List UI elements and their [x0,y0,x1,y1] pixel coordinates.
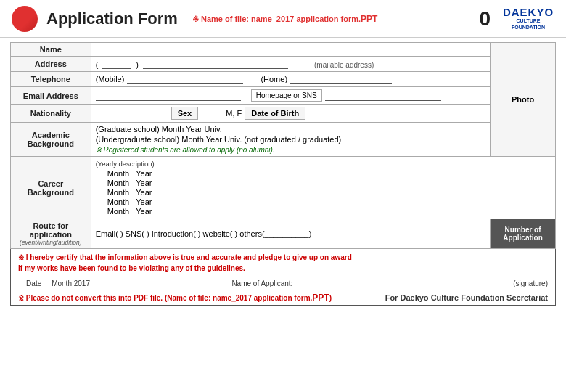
app-title: Application Form [46,9,178,28]
address-main[interactable] [143,59,288,69]
address-paren-close: ) [136,60,139,69]
address-row: Address ( ) (mailable address) [11,57,556,72]
name-label: Name [11,43,91,57]
app-header: Application Form ※ Name of file: name_20… [0,0,566,38]
pdf-left: ※ Please do not convert this into PDF fi… [18,293,332,303]
num-app-label2: Application [495,234,551,242]
career-row-3: Month Year [96,188,551,197]
file-notice: ※ Name of file: name_2017 application fo… [192,14,468,24]
date-middle: Name of Applicant: ___________________ [231,279,371,287]
telephone-row: Telephone (Mobile) (Home) [11,72,556,87]
academic-undergrad: (Undergraduate school) Month Year Univ. … [96,135,342,144]
nationality-input[interactable] [96,108,168,118]
address-paren-open: ( [96,60,99,69]
route-label: Route forapplication (event/writing/audi… [11,219,91,249]
telephone-label: Telephone [11,72,91,87]
dob-input[interactable] [308,108,395,118]
career-row: Career Background (Yearly description) M… [11,157,556,219]
logo-sub2: FOUNDATION [512,24,545,30]
date-right: (signature) [513,279,548,287]
address-label: Address [11,57,91,72]
nationality-content: Sex M, F Date of Birth [96,107,485,120]
daekyo-logo: DAEKYO CULTURE FOUNDATION [502,7,554,30]
pledge-line2: if my works have been found to be violat… [18,263,548,274]
career-row4-label: Month Year [107,197,152,206]
email-label: Email Address [11,87,91,105]
career-field: (Yearly description) Month Year Month Ye… [91,157,555,219]
notice-ppt: PPT [361,14,377,24]
career-note: (Yearly description) [96,159,551,168]
homepage-input[interactable] [325,91,441,101]
pdf-note: ※ Please do not convert this into PDF fi… [10,290,556,306]
form-container: Name Photo Address ( ) (mailable address… [0,38,566,310]
name-field[interactable] [91,43,490,57]
pdf-right: For Daekyo Culture Foundation Secretaria… [385,293,548,302]
address-field[interactable]: ( ) (mailable address) [91,57,490,72]
nationality-field[interactable]: Sex M, F Date of Birth [91,105,490,123]
mobile-input[interactable] [127,74,243,84]
date-line: __Date __Month 2017 Name of Applicant: _… [10,277,556,290]
telephone-content: (Mobile) (Home) [96,74,485,84]
photo-label-cell: Photo [491,43,556,157]
email-input[interactable] [96,91,241,101]
notice-prefix: ※ Name of file: name_2017 application fo… [192,15,361,23]
homepage-label: Homepage or SNS [251,89,322,102]
logo-name: DAEKYO [503,7,554,17]
academic-label: Academic Background [11,123,91,157]
route-field: Email( ) SNS( ) Introduction( ) website(… [91,219,490,249]
pdf-close: ) [329,294,332,302]
email-field[interactable]: Homepage or SNS [91,87,490,105]
career-label: Career Background [11,157,91,219]
sex-input[interactable] [201,108,223,118]
pdf-prefix: ※ Please do not convert this into PDF fi… [18,294,165,302]
academic-row: Academic Background (Graduate school) Mo… [11,123,556,157]
career-row-2: Month Year [96,179,551,187]
career-row-4: Month Year [96,197,551,206]
route-options: Email( ) SNS( ) Introduction( ) website(… [96,229,312,238]
num-app-cell: Number of Application [491,219,556,249]
career-month-rows: Month Year Month Year Month Year Month Y… [96,169,551,216]
academic-note-text: ※ Registered students are allowed to app… [96,146,275,154]
career-row2-label: Month Year [107,179,152,187]
name-row: Name Photo [11,43,556,57]
academic-note: ※ Registered students are allowed to app… [96,145,485,154]
pdf-ppt: PPT [312,293,329,303]
address-content: ( ) (mailable address) [96,59,485,69]
pledge-line1: ※ I hereby certify that the information … [18,252,548,263]
route-row: Route forapplication (event/writing/audi… [11,219,556,249]
nationality-label: Nationality [11,105,91,123]
date-left: __Date __Month 2017 [18,279,90,287]
pdf-paren: (Name of file: name_2017 application for… [165,294,312,302]
sex-value: M, F [226,109,242,118]
career-row3-label: Month Year [107,188,152,197]
route-label-main: Route forapplication [15,221,86,239]
header-zero: 0 [479,7,491,30]
route-label-sub: (event/writing/audition) [15,239,86,246]
logo-sub1: CULTURE [517,17,541,24]
career-note-text: (Yearly description) [96,160,155,168]
academic-row2: (Undergraduate school) Month Year Univ. … [96,135,485,144]
address-zip[interactable] [102,59,131,69]
career-row-5: Month Year [96,207,551,216]
email-content: Homepage or SNS [96,89,485,102]
main-form-table: Name Photo Address ( ) (mailable address… [10,42,556,249]
career-row-1: Month Year [96,169,551,178]
dob-label: Date of Birth [245,107,305,120]
academic-field: (Graduate school) Month Year Univ. (Unde… [91,123,490,157]
num-app-label1: Number of [495,226,551,234]
logo-left-circle [12,6,38,32]
sex-label: Sex [171,107,199,120]
career-row1-label: Month Year [107,169,152,178]
home-input[interactable] [290,74,392,84]
email-row: Email Address Homepage or SNS [11,87,556,105]
academic-grad: (Graduate school) Month Year Univ. [96,125,222,134]
nationality-row: Nationality Sex M, F Date of Birth [11,105,556,123]
telephone-field[interactable]: (Mobile) (Home) [91,72,490,87]
pledge-section: ※ I hereby certify that the information … [10,249,556,277]
mobile-label: (Mobile) [96,75,125,83]
mailable-label: (mailable address) [314,61,374,69]
home-label: (Home) [261,75,287,83]
academic-row1: (Graduate school) Month Year Univ. [96,125,485,134]
career-row5-label: Month Year [107,207,152,216]
